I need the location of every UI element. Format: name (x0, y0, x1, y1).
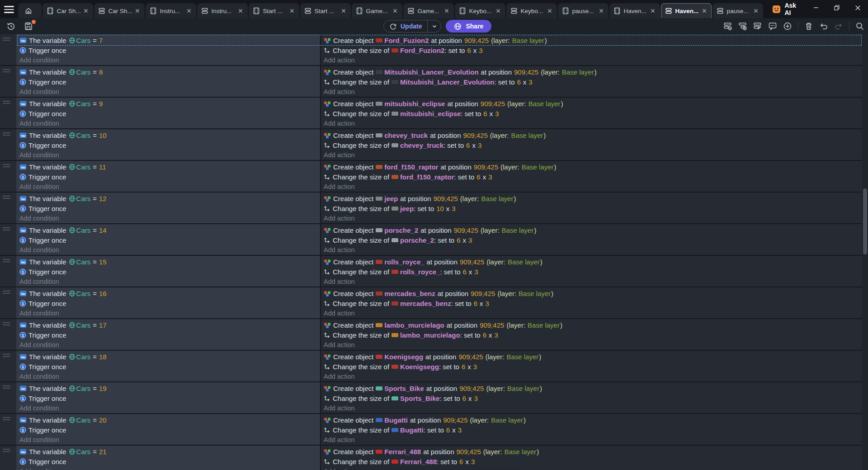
event-drag-handle[interactable] (0, 414, 16, 445)
editor-tab[interactable]: Start ... (300, 3, 351, 18)
editor-tab[interactable]: Instru... (197, 3, 248, 18)
add-condition-button[interactable]: Add condition (19, 466, 320, 470)
action-create-object[interactable]: Create object Ford_Fuzion2 at position 9… (324, 35, 868, 45)
delete-icon[interactable] (804, 22, 813, 31)
scrollbar[interactable] (862, 34, 868, 470)
tab-close-icon[interactable] (237, 8, 244, 14)
tab-close-icon[interactable] (340, 8, 347, 14)
event-drag-handle[interactable] (0, 256, 16, 287)
menu-icon[interactable] (0, 2, 18, 17)
save-icon[interactable] (24, 22, 33, 31)
condition-variable[interactable]: Var The variable Cars (19, 225, 320, 235)
action-create-object[interactable]: Create object Ferrari_488 at position 90… (324, 446, 868, 456)
tab-close-icon[interactable] (753, 8, 759, 14)
tab-close-icon[interactable] (289, 8, 295, 14)
add-condition-button[interactable]: Add condition (19, 308, 320, 318)
add-action-button[interactable]: Add action (324, 118, 868, 128)
event-drag-handle[interactable] (0, 351, 16, 381)
action-change-size[interactable]: Change the size of lambo_murcielago : se… (324, 330, 868, 340)
tab-close-icon[interactable] (547, 8, 553, 14)
conditions-column[interactable]: Var The variable Cars (16, 224, 320, 255)
restore-button[interactable] (826, 0, 847, 15)
condition-trigger-once[interactable]: 1 Trigger once (19, 45, 320, 55)
actions-column[interactable]: Create object lambo_murcielago at positi… (320, 319, 868, 350)
action-change-size[interactable]: Change the size of mitsubishi_eclipse : … (324, 108, 868, 118)
editor-tab[interactable]: Car Sh... (94, 3, 145, 18)
event-drag-handle[interactable] (0, 193, 16, 223)
tab-close-icon[interactable] (443, 8, 450, 14)
conditions-column[interactable]: Var The variable Cars (16, 446, 320, 470)
condition-variable[interactable]: Var The variable Cars (19, 288, 320, 298)
condition-trigger-once[interactable]: 1 Trigger once (19, 393, 320, 403)
condition-variable[interactable]: Var The variable Cars (19, 352, 320, 362)
add-action-button[interactable]: Add action (324, 150, 868, 160)
actions-column[interactable]: Create object Sports_Bike at position 90… (320, 382, 868, 413)
editor-tab[interactable]: Keybo... (455, 3, 505, 18)
event-drag-handle[interactable] (0, 446, 16, 470)
add-action-button[interactable]: Add action (324, 308, 868, 318)
editor-tab[interactable]: Start ... (249, 3, 299, 18)
condition-variable[interactable]: Var The variable Cars (19, 193, 320, 203)
add-condition-button[interactable]: Add condition (19, 118, 320, 128)
tab-close-icon[interactable] (650, 8, 656, 14)
conditions-column[interactable]: Var The variable Cars (16, 287, 320, 318)
add-action-button[interactable]: Add action (324, 340, 868, 350)
add-event-icon[interactable] (723, 22, 732, 31)
action-change-size[interactable]: Change the size of Ferrari_488 : set to … (324, 456, 868, 466)
add-condition-button[interactable]: Add condition (19, 403, 320, 413)
action-create-object[interactable]: Create object Koenigsegg at position 909… (324, 352, 868, 362)
editor-tab[interactable]: Car Sh... (42, 3, 93, 18)
action-create-object[interactable]: Create object rolls_royce_ at position 9… (324, 257, 868, 267)
add-action-button[interactable]: Add action (324, 55, 868, 65)
event-drag-handle[interactable] (0, 66, 16, 97)
condition-trigger-once[interactable]: 1 Trigger once (19, 235, 320, 245)
home-tab[interactable] (18, 3, 42, 18)
action-change-size[interactable]: Change the size of mercades_benz : set t… (324, 298, 868, 308)
actions-column[interactable]: Create object rolls_royce_ at position 9… (320, 256, 868, 287)
event-drag-handle[interactable] (0, 224, 16, 255)
tab-close-icon[interactable] (701, 8, 708, 14)
actions-column[interactable]: Create object mercades_benz at position … (320, 287, 868, 318)
event-drag-handle[interactable] (0, 319, 16, 350)
actions-column[interactable]: Create object Bugatti at position 909;42… (320, 414, 868, 445)
add-comment-icon[interactable] (768, 22, 777, 31)
add-condition-button[interactable]: Add condition (19, 340, 320, 350)
editor-tab[interactable]: pause... (558, 3, 609, 18)
action-change-size[interactable]: Change the size of Mitsubishi_Lancer_Evo… (324, 77, 868, 87)
editor-tab[interactable]: pause... (712, 3, 763, 18)
actions-column[interactable]: Create object porsche_2 at position 909;… (320, 224, 868, 255)
conditions-column[interactable]: Var The variable Cars (16, 98, 320, 128)
action-create-object[interactable]: Create object lambo_murcielago at positi… (324, 320, 868, 330)
action-create-object[interactable]: Create object ford_f150_raptor at positi… (324, 162, 868, 172)
share-button[interactable]: Share (446, 20, 491, 33)
condition-variable[interactable]: Var The variable Cars (19, 67, 320, 77)
add-subevent-icon[interactable] (738, 22, 747, 31)
add-action-button[interactable]: Add action (324, 466, 868, 470)
add-action-button[interactable]: Add action (324, 245, 868, 255)
conditions-column[interactable]: Var The variable Cars (16, 256, 320, 287)
add-action-button[interactable]: Add action (324, 213, 868, 223)
condition-trigger-once[interactable]: 1 Trigger once (19, 203, 320, 213)
editor-tab[interactable]: Haven... (661, 3, 712, 18)
condition-variable[interactable]: Var The variable Cars (19, 130, 320, 140)
add-condition-button[interactable]: Add condition (19, 150, 320, 160)
condition-variable[interactable]: Var The variable Cars (19, 162, 320, 172)
editor-tab[interactable]: Instru... (146, 3, 196, 18)
event-drag-handle[interactable] (0, 161, 16, 192)
editor-tab[interactable]: Haven... (609, 3, 660, 18)
actions-column[interactable]: Create object chevey_truck at position 9… (320, 129, 868, 160)
actions-column[interactable]: Create object Mitsubishi_Lancer_Evolutio… (320, 66, 868, 97)
undo-icon[interactable] (819, 22, 828, 31)
condition-variable[interactable]: Var The variable Cars (19, 320, 320, 330)
tab-close-icon[interactable] (598, 8, 604, 14)
add-action-button[interactable]: Add action (324, 182, 868, 192)
action-create-object[interactable]: Create object mitsubishi_eclipse at posi… (324, 99, 868, 108)
conditions-column[interactable]: Var The variable Cars (16, 382, 320, 413)
add-other-events-icon[interactable] (753, 22, 762, 31)
condition-variable[interactable]: Var The variable Cars (19, 446, 320, 456)
condition-trigger-once[interactable]: 1 Trigger once (19, 172, 320, 182)
action-change-size[interactable]: Change the size of Sports_Bike : set to … (324, 393, 868, 403)
search-icon[interactable] (855, 22, 864, 31)
add-action-button[interactable]: Add action (324, 435, 868, 445)
tab-close-icon[interactable] (83, 8, 89, 14)
